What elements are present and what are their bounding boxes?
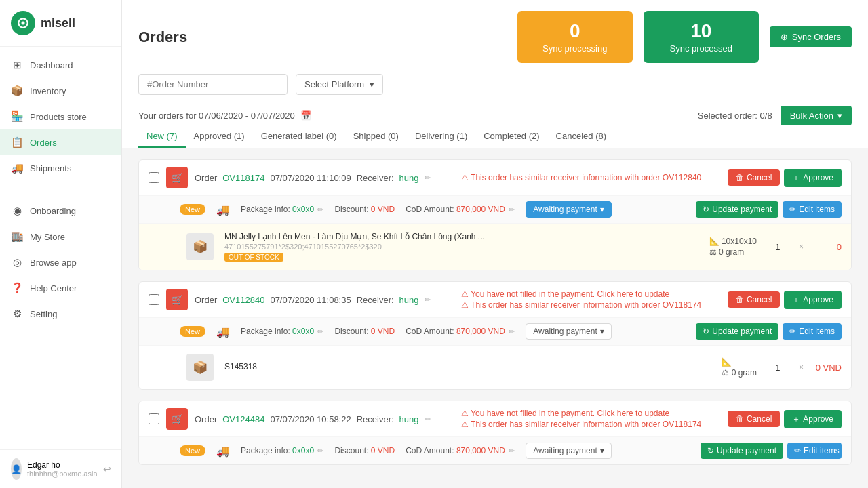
trash-icon: 🗑 [736,173,744,182]
products-store-icon: 🏪 [11,110,23,123]
sidebar-item-products-store[interactable]: 🏪 Products store [0,104,121,129]
tab-canceled[interactable]: Canceled (8) [548,125,614,148]
order-checkbox[interactable] [149,413,159,424]
product-price: 0 VND [814,363,842,373]
edit-icon: ✏ [789,327,796,336]
sidebar-item-inventory[interactable]: 📦 Inventory [0,78,121,104]
weight-value: ⚖ 0 gram [722,368,757,378]
sidebar-item-browse-app[interactable]: ◎ Browse app [0,249,121,275]
product-price: 0 [814,242,842,252]
sidebar-item-orders[interactable]: 📋 Orders [0,129,121,155]
order-date: 07/07/2020 10:58:22 [270,414,351,424]
trash-icon: 🗑 [736,414,744,424]
product-dimensions: 📐 10x10x10 ⚖ 0 gram [709,237,757,257]
sidebar-item-setting[interactable]: ⚙ Setting [0,301,121,327]
update-payment-button[interactable]: ↻ Update payment [696,201,778,218]
tab-delivering[interactable]: Delivering (1) [407,125,475,148]
edit-receiver-icon[interactable]: ✏ [425,174,431,182]
cod-info: CoD Amount: 870,000 VND ✏ [406,327,515,336]
cancel-button[interactable]: 🗑 Cancel [728,411,780,427]
edit-items-button[interactable]: ✏ Edit items [783,323,842,340]
sidebar-item-dashboard[interactable]: ⊞ Dashboard [0,52,121,78]
tab-completed[interactable]: Completed (2) [475,125,547,148]
approve-button[interactable]: ＋ Approve [784,291,842,309]
order-platform-icon: 🛒 [166,408,188,430]
edit-cod-icon[interactable]: ✏ [509,447,515,455]
logout-icon[interactable]: ↩ [103,464,111,474]
edit-package-icon[interactable]: ✏ [317,205,323,214]
cod-value: 870,000 VND [456,446,505,455]
tab-new[interactable]: New (7) [138,125,186,148]
edit-items-button[interactable]: ✏ Edit items [787,443,842,459]
bulk-action-button[interactable]: Bulk Action ▾ [781,106,852,125]
help-center-icon: ❓ [11,282,23,294]
sidebar-item-label: My Store [30,232,65,242]
edit-items-button[interactable]: ✏ Edit items [783,201,842,218]
payment-status-button[interactable]: Awaiting payment ▾ [526,443,612,459]
avatar: 👤 [11,458,22,480]
package-info-value[interactable]: 0x0x0 [292,446,314,455]
receiver-link[interactable]: hung [399,173,419,183]
edit-receiver-icon[interactable]: ✏ [425,415,431,424]
order-id-link[interactable]: OV118174 [222,173,264,183]
order-header: 🛒 Order OV118174 07/07/2020 11:10:09 Rec… [139,160,851,195]
date-range: Your orders for 07/06/2020 - 07/07/2020 [138,110,295,121]
sync-orders-button[interactable]: ⊕ Sync Orders [770,26,852,47]
approve-button[interactable]: ＋ Approve [784,169,842,187]
my-store-icon: 🏬 [11,230,23,243]
tab-shipped[interactable]: Shipped (0) [345,125,407,148]
order-id-link[interactable]: OV112840 [222,295,264,305]
sidebar-item-shipments[interactable]: 🚚 Shipments [0,155,121,181]
cancel-button[interactable]: 🗑 Cancel [728,169,780,186]
edit-package-icon[interactable]: ✏ [317,447,323,455]
package-info: Package info: 0x0x0 ✏ [241,327,323,336]
sidebar-item-help-center[interactable]: ❓ Help Center [0,275,121,301]
order-number-input[interactable] [138,74,288,95]
order-actions: 🗑 Cancel ＋ Approve [728,169,842,187]
platform-select[interactable]: Select Platform ▾ [296,74,383,95]
tab-generated-label[interactable]: Generated label (0) [253,125,345,148]
product-name: S145318 [224,362,711,371]
weight-value: ⚖ 0 gram [709,247,757,257]
order-warning-2: ⚠ This order has similar receiver inform… [461,420,721,429]
update-payment-button[interactable]: ↻ Update payment [701,443,783,459]
package-info-value[interactable]: 0x0x0 [292,205,314,214]
package-info-value[interactable]: 0x0x0 [292,327,314,336]
order-warnings: ⚠ You have not filled in the payment. Cl… [461,409,721,429]
cancel-button[interactable]: 🗑 Cancel [728,291,780,308]
dashboard-icon: ⊞ [11,59,23,71]
user-details: Edgar ho thinhhn@boxme.asia [27,460,98,478]
sync-orders-icon: ⊕ [781,32,788,42]
payment-status-button[interactable]: Awaiting payment ▾ [526,323,612,340]
receiver-link[interactable]: hung [399,414,419,424]
sidebar-item-onboarding[interactable]: ◉ Onboarding [0,198,121,224]
product-row: 📦 S145318 📐 ⚖ 0 gram 1 × 0 VND [139,345,851,389]
approve-button[interactable]: ＋ Approve [784,410,842,428]
edit-receiver-icon[interactable]: ✏ [425,296,431,304]
payment-status-button[interactable]: Awaiting payment ▾ [526,201,612,218]
sidebar-item-label: Help Center [30,283,77,293]
order-checkbox[interactable] [149,294,159,305]
order-id-link[interactable]: OV124484 [222,414,264,424]
edit-cod-icon[interactable]: ✏ [509,205,515,214]
edit-package-icon[interactable]: ✏ [317,327,323,336]
calendar-icon[interactable]: 📅 [300,110,311,121]
order-card: 🛒 Order OV112840 07/07/2020 11:08:35 Rec… [138,281,852,390]
sidebar-item-label: Browse app [30,258,77,268]
nav-menu: ⊞ Dashboard 📦 Inventory 🏪 Products store… [0,47,121,449]
order-platform-icon: 🛒 [166,167,188,188]
sync-processing-number: 0 [534,20,616,42]
sync-processing-label: Sync processing [534,43,616,54]
receiver-link[interactable]: hung [399,295,419,305]
update-payment-button[interactable]: ↻ Update payment [696,323,778,340]
tab-approved[interactable]: Approved (1) [186,125,253,148]
order-header: 🛒 Order OV124484 07/07/2020 10:58:22 Rec… [139,401,851,436]
product-dimensions: 📐 ⚖ 0 gram [722,357,757,378]
order-info: Order OV112840 07/07/2020 11:08:35 Recei… [195,295,454,305]
order-checkbox[interactable] [149,172,159,183]
sidebar-item-my-store[interactable]: 🏬 My Store [0,224,121,249]
edit-cod-icon[interactable]: ✏ [509,327,515,336]
cod-value: 870,000 VND [456,327,505,336]
product-image: 📦 [186,233,214,260]
trash-icon: 🗑 [736,295,744,304]
